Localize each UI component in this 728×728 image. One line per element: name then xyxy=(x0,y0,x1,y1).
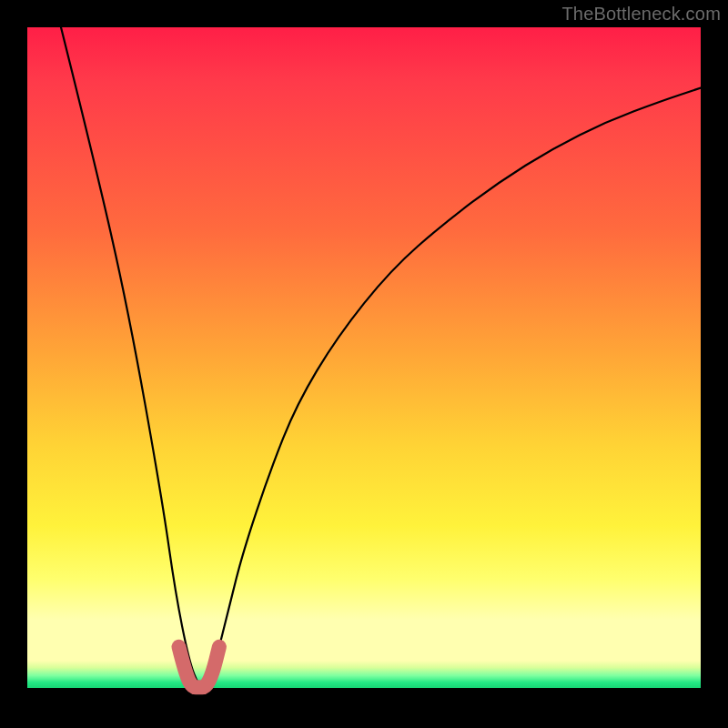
chart-frame: TheBottleneck.com xyxy=(0,0,728,728)
highlight-dip-path xyxy=(179,647,219,687)
curve-svg xyxy=(27,27,701,701)
plot-area xyxy=(27,27,701,701)
watermark-text: TheBottleneck.com xyxy=(561,4,721,25)
bottleneck-curve-path xyxy=(61,27,701,687)
